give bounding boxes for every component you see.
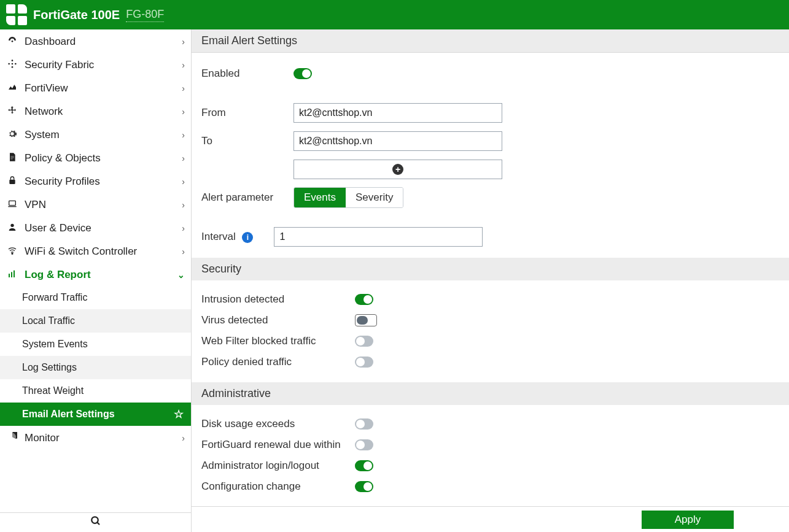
sidebar-item-label: Dashboard <box>25 36 176 48</box>
svg-rect-11 <box>11 272 12 277</box>
sidebar-item-log-report[interactable]: Log & Report⌄ <box>0 263 191 286</box>
doc-icon <box>6 152 18 164</box>
svg-point-8 <box>10 224 14 227</box>
sidebar-item-wifi-switch-controller[interactable]: WiFi & Switch Controller› <box>0 239 191 263</box>
admin-fortiguard-renewal-due-within-label: FortiGuard renewal due within <box>201 439 355 451</box>
sidebar-item-label: WiFi & Switch Controller <box>25 245 176 258</box>
to-label: To <box>201 135 293 147</box>
sidebar-item-monitor[interactable]: Monitor› <box>0 426 191 449</box>
from-input[interactable] <box>293 103 502 123</box>
top-bar: FortiGate 100E FG-80F <box>0 0 789 29</box>
footer-bar: Apply <box>192 506 789 532</box>
chevron-right-icon: › <box>182 433 185 443</box>
security-virus-detected-toggle[interactable] <box>355 314 377 326</box>
sidebar-subitem-system-events[interactable]: System Events <box>0 333 191 356</box>
sidebar-item-label: Security Profiles <box>25 175 176 188</box>
svg-line-14 <box>97 522 99 525</box>
svg-rect-12 <box>14 271 15 277</box>
lock-icon <box>6 175 18 187</box>
svg-rect-7 <box>9 201 16 205</box>
pie-icon <box>6 432 18 444</box>
move-icon <box>6 106 18 117</box>
svg-point-2 <box>8 63 10 65</box>
security-virus-detected-label: Virus detected <box>201 314 355 326</box>
alert-param-segmented: EventsSeverity <box>293 187 403 208</box>
sidebar-item-system[interactable]: System› <box>0 123 191 146</box>
sidebar-item-label: User & Device <box>25 222 176 234</box>
chevron-right-icon: › <box>182 37 185 47</box>
security-section-header: Security <box>192 258 789 280</box>
chevron-right-icon: › <box>182 200 185 210</box>
interval-label: Interval <box>201 231 236 242</box>
sidebar-item-label: Network <box>25 106 176 118</box>
sidebar-subitem-label: Email Alert Settings <box>22 409 115 420</box>
alert-param-option-severity[interactable]: Severity <box>346 188 403 207</box>
sidebar-item-fortiview[interactable]: FortiView› <box>0 76 191 99</box>
admin-configuration-change-label: Configuration change <box>201 480 355 493</box>
to-input[interactable] <box>293 131 502 151</box>
chevron-down-icon: ⌄ <box>177 270 185 280</box>
page-title: Email Alert Settings <box>192 29 789 53</box>
add-recipient-button[interactable]: + <box>293 160 502 179</box>
chevron-right-icon: › <box>182 107 185 117</box>
model-name[interactable]: FG-80F <box>126 8 164 22</box>
chevron-right-icon: › <box>182 223 185 233</box>
svg-point-4 <box>12 60 14 61</box>
admin-section-header: Administrative <box>192 382 789 405</box>
from-label: From <box>201 107 293 119</box>
admin-fortiguard-renewal-due-within-toggle[interactable] <box>355 439 373 450</box>
enabled-toggle[interactable] <box>293 68 312 79</box>
sidebar-subitem-local-traffic[interactable]: Local Traffic <box>0 309 191 333</box>
admin-administrator-login-logout-toggle[interactable] <box>355 460 373 471</box>
security-intrusion-detected-toggle[interactable] <box>355 294 373 305</box>
security-policy-denied-traffic-toggle[interactable] <box>355 357 373 368</box>
chevron-right-icon: › <box>182 83 185 93</box>
sidebar-item-vpn[interactable]: VPN› <box>0 193 191 216</box>
alert-param-option-events[interactable]: Events <box>294 188 346 207</box>
sidebar-search[interactable] <box>0 512 191 532</box>
chevron-right-icon: › <box>182 177 185 187</box>
user-icon <box>6 222 18 234</box>
chevron-right-icon: › <box>182 247 185 256</box>
wifi-icon <box>6 245 18 257</box>
sidebar-item-network[interactable]: Network› <box>0 99 191 123</box>
security-web-filter-blocked-traffic-label: Web Filter blocked traffic <box>201 335 355 347</box>
sidebar-subitem-label: Threat Weight <box>22 385 84 396</box>
admin-configuration-change-toggle[interactable] <box>355 481 373 492</box>
security-intrusion-detected-label: Intrusion detected <box>201 293 355 306</box>
sidebar-item-dashboard[interactable]: Dashboard› <box>0 29 191 53</box>
svg-point-0 <box>12 40 14 42</box>
sidebar-item-policy-objects[interactable]: Policy & Objects› <box>0 146 191 169</box>
enabled-label: Enabled <box>201 67 293 80</box>
fabric-icon <box>6 59 18 71</box>
sidebar-item-label: FortiView <box>25 82 176 94</box>
product-name: FortiGate 100E <box>33 8 120 22</box>
apply-button[interactable]: Apply <box>642 511 734 529</box>
admin-disk-usage-exceeds-toggle[interactable] <box>355 418 373 430</box>
svg-point-13 <box>91 517 98 523</box>
sidebar-subitem-label: Local Traffic <box>22 315 75 326</box>
security-web-filter-blocked-traffic-toggle[interactable] <box>355 336 373 347</box>
sidebar-item-security-profiles[interactable]: Security Profiles› <box>0 169 191 193</box>
gear-icon <box>6 129 18 141</box>
sidebar-subitem-forward-traffic[interactable]: Forward Traffic <box>0 286 191 309</box>
laptop-icon <box>6 199 18 210</box>
search-icon <box>90 515 101 530</box>
chevron-right-icon: › <box>182 153 185 163</box>
sidebar-subitem-threat-weight[interactable]: Threat Weight <box>0 379 191 403</box>
alert-param-label: Alert parameter <box>201 191 293 204</box>
dashboard-icon <box>6 36 18 47</box>
sidebar-subitem-email-alert-settings[interactable]: Email Alert Settings☆ <box>0 403 191 426</box>
sidebar-subitem-log-settings[interactable]: Log Settings <box>0 356 191 379</box>
sidebar-item-label: Security Fabric <box>25 59 176 71</box>
sidebar-item-label: Log & Report <box>25 269 171 281</box>
content-area: Email Alert Settings Enabled From To + <box>192 29 789 532</box>
interval-input[interactable] <box>274 227 483 247</box>
star-icon[interactable]: ☆ <box>174 407 184 421</box>
brand-logo <box>6 4 27 25</box>
info-icon[interactable]: i <box>242 232 253 243</box>
sidebar-item-label: System <box>25 129 176 141</box>
sidebar-item-user-device[interactable]: User & Device› <box>0 216 191 239</box>
sidebar-item-label: Monitor <box>25 432 176 444</box>
sidebar-item-security-fabric[interactable]: Security Fabric› <box>0 53 191 76</box>
